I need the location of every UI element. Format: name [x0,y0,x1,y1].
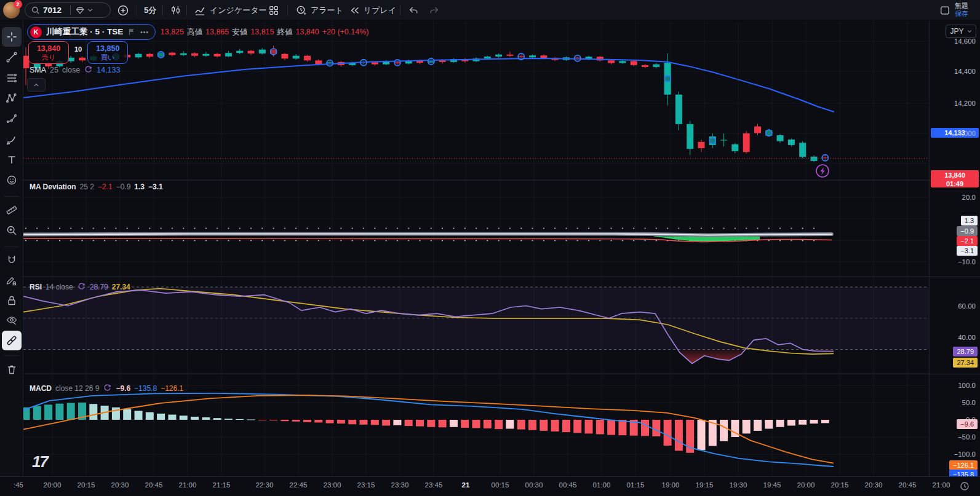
ma-dev-legend[interactable]: MA Deviation 25 2 −2.1 −0.9 1.3 −3.1 [30,183,163,191]
price-tag: 27.34 [953,358,978,368]
indicators-button[interactable]: インジケーター [194,0,267,20]
symbol-logo: K [30,26,42,38]
change-value: +20 (+0.14%) [322,28,369,36]
price-tag: −2.1 [957,236,978,246]
top-toolbar: 2 7012 5分 インジケーター アラート リプレイ [0,0,980,20]
drawing-toolbar [0,20,23,476]
sidebar-tool-xabcd-pattern[interactable] [2,89,22,108]
divider [400,5,400,15]
sidebar-tool-ruler[interactable] [2,200,22,220]
time-axis[interactable]: :4520:0020:1520:3020:4521:0021:1522:3022… [0,476,980,496]
sell-button[interactable]: 13,840売り [28,41,69,64]
sidebar-tool-crosshair[interactable] [2,27,22,47]
symbol-pill[interactable]: K 川崎重工業 · 5 · TSE ••• [27,24,156,40]
sma-legend[interactable]: SMA 25 close 14,133 [30,65,120,74]
low-label: 安値 [232,27,247,37]
sidebar-tool-emoji[interactable] [2,170,22,190]
plan-gem-icon[interactable] [75,6,85,15]
price-axis[interactable]: JPY 14,133 13,840 01:49 14,60014,40014,2… [930,20,980,476]
more-icon[interactable]: ••• [140,29,149,36]
clock-icon[interactable] [960,481,970,491]
collapse-legend-button[interactable] [27,78,46,92]
time-label: 20:45 [899,481,917,489]
price-tick: 14,400 [954,66,976,76]
notification-badge[interactable]: 2 [14,0,22,9]
sidebar-tool-hide-all[interactable] [2,310,22,330]
replay-icon [349,5,360,16]
sidebar-tool-trash[interactable] [2,360,22,379]
price-tick: 14,600 [954,36,976,46]
macd-signal-value: −126.1 [161,384,183,393]
high-label: 高値 [187,27,202,37]
add-symbol-button[interactable] [117,0,129,20]
close-label: 終値 [277,27,292,37]
divider [4,196,19,197]
sidebar-tool-forecast[interactable] [2,109,22,128]
sync-icon [77,282,86,291]
price-tag: −9.6 [957,419,978,429]
divider [930,277,980,277]
flag-icon[interactable] [127,28,136,36]
time-label: 20:00 [797,481,815,489]
time-label: 21:15 [213,481,231,489]
time-label: 01:00 [593,481,611,489]
price-tick: 50.0 [962,398,976,407]
rsi-legend[interactable]: RSI 14 close 28.79 27.34 [30,282,130,291]
search-icon [31,6,40,15]
price-tag: −3.1 [957,246,978,256]
interval-button[interactable]: 5分 [144,0,156,20]
chevron-down-icon [87,7,93,13]
search-input[interactable]: 7012 [43,6,62,15]
chart-canvas[interactable] [23,20,929,476]
divider [137,5,137,15]
sidebar-tool-zoom-in[interactable] [2,221,22,240]
time-label: 21:00 [179,481,197,489]
divider [186,5,187,15]
save-layout-button[interactable]: 無題 保存 [955,2,968,18]
price-tick: 100.0 [958,380,976,390]
ma-dev-value-3: 1.3 [134,183,145,191]
time-label: 23:30 [391,481,409,489]
symbol-search[interactable]: 7012 [25,2,111,18]
layout-grid-button[interactable] [268,0,279,20]
alert-button[interactable]: アラート [295,0,343,20]
replay-button[interactable]: リプレイ [349,0,396,20]
time-label: 00:45 [559,481,577,489]
sidebar-tool-draw-lock[interactable] [2,270,22,290]
tradingview-logo[interactable]: 17 [32,452,47,471]
sidebar-tool-text[interactable] [2,150,22,170]
time-label: 00:30 [525,481,543,489]
redo-button[interactable] [429,0,440,20]
ma-dev-value-4: −3.1 [148,183,163,191]
time-label: 20:00 [44,481,62,489]
sync-icon [84,65,93,74]
layout-grid-icon [268,5,279,16]
low-value: 13,815 [250,28,274,36]
macd-hist-value: −9.6 [116,384,130,393]
sidebar-tool-lock-all[interactable] [2,291,22,310]
time-label: 20:15 [831,481,849,489]
undo-button[interactable] [408,0,419,20]
sync-icon [103,384,112,393]
panel-layout-button[interactable] [939,0,950,20]
indicators-icon [194,4,206,17]
macd-legend[interactable]: MACD close 12 26 9 −9.6 −135.8 −126.1 [30,384,183,393]
price-tag: 28.79 [953,347,978,356]
price-tick: −10.0 [958,257,976,267]
sidebar-tool-fib-lines[interactable] [2,68,22,88]
time-label: 20:30 [111,481,129,489]
time-label: 23:15 [357,481,375,489]
layout-title: 無題 [955,2,968,10]
open-value: 13,825 [161,28,184,36]
chart-type-button[interactable] [170,0,181,20]
sidebar-tool-brush[interactable] [2,130,22,149]
time-label: 19:15 [696,481,714,489]
sidebar-tool-trend-line[interactable] [2,47,22,67]
sidebar-tool-magnet[interactable] [2,250,22,270]
countdown: 01:49 [931,179,979,188]
last-price-tag: 13,840 01:49 [931,170,979,187]
symbol-title[interactable]: 川崎重工業 · 5 · TSE [46,26,123,37]
buy-button[interactable]: 13,850買い [87,41,128,64]
sidebar-tool-sync-drawings[interactable] [2,331,22,350]
time-label: 19:00 [662,481,680,489]
